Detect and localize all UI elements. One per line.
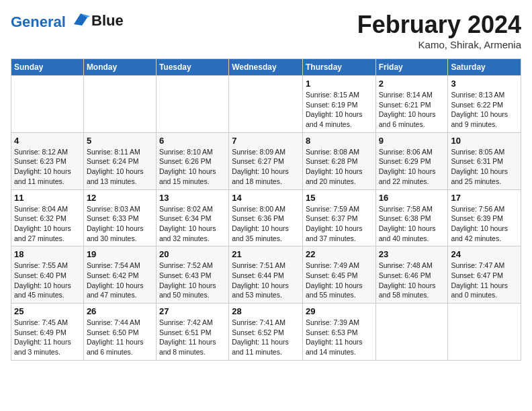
day-detail: Sunrise: 7:58 AMSunset: 6:38 PMDaylight:… bbox=[379, 204, 445, 244]
calendar-cell: 28Sunrise: 7:41 AMSunset: 6:52 PMDayligh… bbox=[229, 304, 303, 361]
day-number: 12 bbox=[87, 193, 153, 203]
calendar-cell: 2Sunrise: 8:14 AMSunset: 6:21 PMDaylight… bbox=[375, 76, 448, 133]
day-detail: Sunrise: 8:14 AMSunset: 6:21 PMDaylight:… bbox=[379, 90, 445, 130]
calendar-cell: 13Sunrise: 8:02 AMSunset: 6:34 PMDayligh… bbox=[156, 189, 228, 246]
calendar-cell: 14Sunrise: 8:00 AMSunset: 6:36 PMDayligh… bbox=[229, 189, 303, 246]
day-number: 20 bbox=[159, 249, 226, 259]
calendar-title: February 2024 bbox=[357, 11, 521, 39]
calendar-cell: 1Sunrise: 8:15 AMSunset: 6:19 PMDaylight… bbox=[302, 76, 375, 133]
day-header-saturday: Saturday bbox=[448, 59, 521, 76]
calendar-cell: 20Sunrise: 7:52 AMSunset: 6:43 PMDayligh… bbox=[156, 246, 228, 304]
day-detail: Sunrise: 7:51 AMSunset: 6:44 PMDaylight:… bbox=[232, 261, 300, 300]
day-number: 6 bbox=[159, 136, 226, 146]
day-number: 29 bbox=[306, 306, 373, 316]
day-detail: Sunrise: 7:49 AMSunset: 6:45 PMDaylight:… bbox=[306, 261, 373, 300]
calendar-cell: 22Sunrise: 7:49 AMSunset: 6:45 PMDayligh… bbox=[302, 246, 375, 304]
day-number: 3 bbox=[451, 79, 518, 89]
day-number: 17 bbox=[451, 193, 518, 203]
day-number: 23 bbox=[379, 249, 445, 259]
calendar-cell: 17Sunrise: 7:56 AMSunset: 6:39 PMDayligh… bbox=[448, 189, 521, 246]
day-header-tuesday: Tuesday bbox=[156, 59, 228, 76]
day-number: 4 bbox=[14, 136, 81, 146]
day-detail: Sunrise: 8:11 AMSunset: 6:24 PMDaylight:… bbox=[87, 147, 153, 187]
day-header-wednesday: Wednesday bbox=[229, 59, 303, 76]
calendar-cell: 23Sunrise: 7:48 AMSunset: 6:46 PMDayligh… bbox=[375, 246, 448, 304]
calendar-cell bbox=[375, 304, 448, 361]
logo-line2: Blue bbox=[91, 12, 124, 30]
day-detail: Sunrise: 7:48 AMSunset: 6:46 PMDaylight:… bbox=[379, 261, 445, 300]
day-detail: Sunrise: 7:42 AMSunset: 6:51 PMDaylight:… bbox=[159, 318, 226, 357]
day-number: 13 bbox=[159, 193, 226, 203]
day-header-thursday: Thursday bbox=[302, 59, 375, 76]
calendar-cell: 10Sunrise: 8:05 AMSunset: 6:31 PMDayligh… bbox=[448, 132, 521, 189]
calendar-cell: 29Sunrise: 7:39 AMSunset: 6:53 PMDayligh… bbox=[302, 304, 375, 361]
calendar-cell bbox=[156, 76, 228, 133]
day-detail: Sunrise: 7:54 AMSunset: 6:42 PMDaylight:… bbox=[87, 261, 153, 300]
calendar-cell bbox=[448, 304, 521, 361]
day-header-sunday: Sunday bbox=[11, 59, 84, 76]
day-number: 2 bbox=[379, 79, 445, 89]
calendar-cell: 3Sunrise: 8:13 AMSunset: 6:22 PMDaylight… bbox=[448, 76, 521, 133]
day-number: 21 bbox=[232, 249, 300, 259]
calendar-week-3: 11Sunrise: 8:04 AMSunset: 6:32 PMDayligh… bbox=[11, 189, 521, 246]
header: General Blue February 2024 Kamo, Shirak,… bbox=[11, 11, 521, 50]
calendar-cell: 24Sunrise: 7:47 AMSunset: 6:47 PMDayligh… bbox=[448, 246, 521, 304]
day-detail: Sunrise: 7:59 AMSunset: 6:37 PMDaylight:… bbox=[306, 204, 373, 244]
calendar-cell: 9Sunrise: 8:06 AMSunset: 6:29 PMDaylight… bbox=[375, 132, 448, 189]
day-number: 28 bbox=[232, 306, 300, 316]
day-number: 16 bbox=[379, 193, 445, 203]
day-number: 8 bbox=[306, 136, 373, 146]
day-detail: Sunrise: 7:52 AMSunset: 6:43 PMDaylight:… bbox=[159, 261, 226, 300]
calendar-cell: 26Sunrise: 7:44 AMSunset: 6:50 PMDayligh… bbox=[83, 304, 156, 361]
day-number: 27 bbox=[159, 306, 226, 316]
calendar-cell bbox=[83, 76, 156, 133]
calendar-cell: 21Sunrise: 7:51 AMSunset: 6:44 PMDayligh… bbox=[229, 246, 303, 304]
day-number: 24 bbox=[451, 249, 518, 259]
header-row: SundayMondayTuesdayWednesdayThursdayFrid… bbox=[11, 59, 521, 76]
day-number: 9 bbox=[379, 136, 445, 146]
day-number: 11 bbox=[14, 193, 81, 203]
day-number: 5 bbox=[87, 136, 153, 146]
day-detail: Sunrise: 7:55 AMSunset: 6:40 PMDaylight:… bbox=[14, 261, 81, 300]
calendar-week-4: 18Sunrise: 7:55 AMSunset: 6:40 PMDayligh… bbox=[11, 246, 521, 304]
day-number: 7 bbox=[232, 136, 300, 146]
calendar-table: SundayMondayTuesdayWednesdayThursdayFrid… bbox=[11, 58, 521, 361]
day-detail: Sunrise: 8:08 AMSunset: 6:28 PMDaylight:… bbox=[306, 147, 373, 187]
calendar-subtitle: Kamo, Shirak, Armenia bbox=[357, 39, 521, 50]
day-number: 1 bbox=[306, 79, 373, 89]
day-number: 10 bbox=[451, 136, 518, 146]
day-number: 22 bbox=[306, 249, 373, 259]
day-detail: Sunrise: 8:09 AMSunset: 6:27 PMDaylight:… bbox=[232, 147, 300, 187]
day-detail: Sunrise: 8:06 AMSunset: 6:29 PMDaylight:… bbox=[379, 147, 445, 187]
day-number: 15 bbox=[306, 193, 373, 203]
calendar-cell: 4Sunrise: 8:12 AMSunset: 6:23 PMDaylight… bbox=[11, 132, 84, 189]
calendar-cell: 5Sunrise: 8:11 AMSunset: 6:24 PMDaylight… bbox=[83, 132, 156, 189]
day-detail: Sunrise: 8:13 AMSunset: 6:22 PMDaylight:… bbox=[451, 90, 518, 130]
day-detail: Sunrise: 8:12 AMSunset: 6:23 PMDaylight:… bbox=[14, 147, 81, 187]
calendar-cell: 25Sunrise: 7:45 AMSunset: 6:49 PMDayligh… bbox=[11, 304, 84, 361]
day-detail: Sunrise: 8:15 AMSunset: 6:19 PMDaylight:… bbox=[306, 90, 373, 130]
logo-text: General bbox=[11, 11, 90, 30]
day-number: 19 bbox=[87, 249, 153, 259]
calendar-week-1: 1Sunrise: 8:15 AMSunset: 6:19 PMDaylight… bbox=[11, 76, 521, 133]
day-detail: Sunrise: 7:45 AMSunset: 6:49 PMDaylight:… bbox=[14, 318, 81, 357]
calendar-cell: 6Sunrise: 8:10 AMSunset: 6:26 PMDaylight… bbox=[156, 132, 228, 189]
day-detail: Sunrise: 7:39 AMSunset: 6:53 PMDaylight:… bbox=[306, 318, 373, 357]
calendar-cell: 18Sunrise: 7:55 AMSunset: 6:40 PMDayligh… bbox=[11, 246, 84, 304]
calendar-cell: 7Sunrise: 8:09 AMSunset: 6:27 PMDaylight… bbox=[229, 132, 303, 189]
calendar-cell bbox=[229, 76, 303, 133]
day-number: 14 bbox=[232, 193, 300, 203]
day-header-monday: Monday bbox=[83, 59, 156, 76]
calendar-cell: 11Sunrise: 8:04 AMSunset: 6:32 PMDayligh… bbox=[11, 189, 84, 246]
day-detail: Sunrise: 8:10 AMSunset: 6:26 PMDaylight:… bbox=[159, 147, 226, 187]
logo: General Blue bbox=[11, 11, 124, 30]
day-detail: Sunrise: 8:02 AMSunset: 6:34 PMDaylight:… bbox=[159, 204, 226, 244]
day-detail: Sunrise: 7:47 AMSunset: 6:47 PMDaylight:… bbox=[451, 261, 518, 300]
day-detail: Sunrise: 8:04 AMSunset: 6:32 PMDaylight:… bbox=[14, 204, 81, 244]
day-header-friday: Friday bbox=[375, 59, 448, 76]
calendar-cell bbox=[11, 76, 84, 133]
day-detail: Sunrise: 8:05 AMSunset: 6:31 PMDaylight:… bbox=[451, 147, 518, 187]
day-detail: Sunrise: 7:41 AMSunset: 6:52 PMDaylight:… bbox=[232, 318, 300, 357]
day-detail: Sunrise: 8:03 AMSunset: 6:33 PMDaylight:… bbox=[87, 204, 153, 244]
calendar-cell: 16Sunrise: 7:58 AMSunset: 6:38 PMDayligh… bbox=[375, 189, 448, 246]
